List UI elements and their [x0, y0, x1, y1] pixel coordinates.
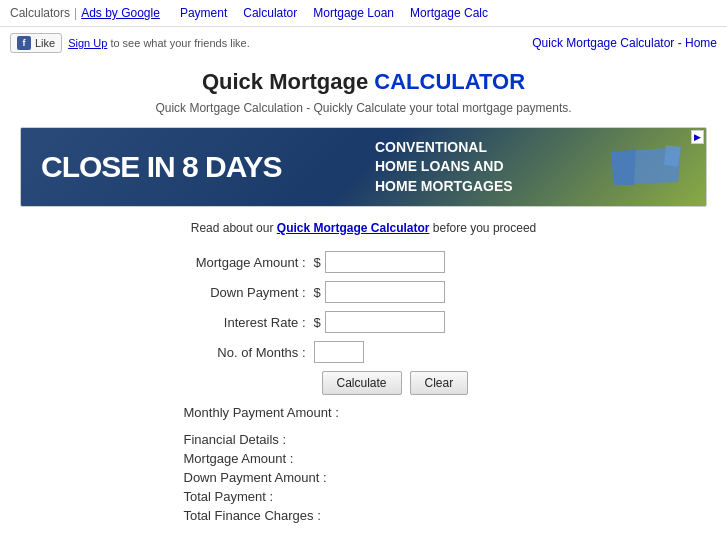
like-label: Like: [35, 37, 55, 49]
ad-banner-text: CLOSE IN 8 DAYS: [41, 150, 282, 184]
fb-bar: f Like Sign Up to see what your friends …: [0, 27, 727, 59]
currency-symbol-1: $: [314, 255, 321, 270]
down-payment-input[interactable]: [325, 281, 445, 303]
financial-details-label: Financial Details :: [184, 432, 564, 447]
ad-badge: ▶: [691, 130, 704, 144]
ad-map: [606, 137, 686, 197]
main-content: Quick Mortgage CALCULATOR Quick Mortgage…: [0, 59, 727, 545]
nav-mortgage-loan[interactable]: Mortgage Loan: [313, 6, 394, 20]
results-area: Monthly Payment Amount : Financial Detai…: [184, 405, 564, 523]
months-label: No. of Months :: [164, 345, 314, 360]
mortgage-amount-input[interactable]: [325, 251, 445, 273]
title-part1: Quick Mortgage: [202, 69, 374, 94]
clear-button[interactable]: Clear: [410, 371, 469, 395]
nav-mortgage-calc[interactable]: Mortgage Calc: [410, 6, 488, 20]
mortgage-amount-row: Mortgage Amount : $: [164, 251, 564, 273]
ad-banner[interactable]: CLOSE IN 8 DAYS CONVENTIONAL HOME LOANS …: [20, 127, 707, 207]
interest-rate-input[interactable]: [325, 311, 445, 333]
interest-rate-label: Interest Rate :: [164, 315, 314, 330]
monthly-payment-result: Monthly Payment Amount :: [184, 405, 564, 420]
ads-by-google-link[interactable]: Ads by Google: [81, 6, 160, 20]
total-payment-result: Total Payment :: [184, 489, 564, 504]
mortgage-form: Mortgage Amount : $ Down Payment : $ Int…: [164, 251, 564, 523]
ad-banner-right-text: CONVENTIONAL HOME LOANS AND HOME MORTGAG…: [375, 138, 513, 197]
down-payment-label: Down Payment :: [164, 285, 314, 300]
map-svg: [606, 137, 686, 192]
nav-links: Payment Calculator Mortgage Loan Mortgag…: [180, 6, 488, 20]
down-payment-row: Down Payment : $: [164, 281, 564, 303]
currency-symbol-2: $: [314, 285, 321, 300]
fb-signup-link[interactable]: Sign Up: [68, 37, 107, 49]
months-row: No. of Months :: [164, 341, 564, 363]
page-title: Quick Mortgage CALCULATOR: [20, 69, 707, 95]
currency-symbol-3: $: [314, 315, 321, 330]
svg-marker-1: [611, 149, 636, 185]
fb-signup-text: Sign Up to see what your friends like.: [68, 37, 250, 49]
total-finance-result: Total Finance Charges :: [184, 508, 564, 523]
calculators-link[interactable]: Calculators: [10, 6, 70, 20]
calculate-button[interactable]: Calculate: [322, 371, 402, 395]
mortgage-amount-result: Mortgage Amount :: [184, 451, 564, 466]
nav-calculator[interactable]: Calculator: [243, 6, 297, 20]
interest-rate-row: Interest Rate : $: [164, 311, 564, 333]
fb-like-area: f Like Sign Up to see what your friends …: [10, 33, 250, 53]
nav-separator: |: [74, 6, 77, 20]
down-payment-result: Down Payment Amount :: [184, 470, 564, 485]
home-link[interactable]: Quick Mortgage Calculator - Home: [532, 36, 717, 50]
top-nav: Calculators | Ads by Google Payment Calc…: [0, 0, 727, 27]
button-row: Calculate Clear: [322, 371, 564, 395]
fb-like-button[interactable]: f Like: [10, 33, 62, 53]
page-subtitle: Quick Mortgage Calculation - Quickly Cal…: [20, 101, 707, 115]
months-input[interactable]: [314, 341, 364, 363]
mortgage-amount-label: Mortgage Amount :: [164, 255, 314, 270]
nav-payment[interactable]: Payment: [180, 6, 227, 20]
title-part2: CALCULATOR: [374, 69, 525, 94]
calc-description: Read about our Quick Mortgage Calculator…: [20, 221, 707, 235]
facebook-icon: f: [17, 36, 31, 50]
svg-marker-2: [664, 145, 681, 167]
calc-link[interactable]: Quick Mortgage Calculator: [277, 221, 430, 235]
